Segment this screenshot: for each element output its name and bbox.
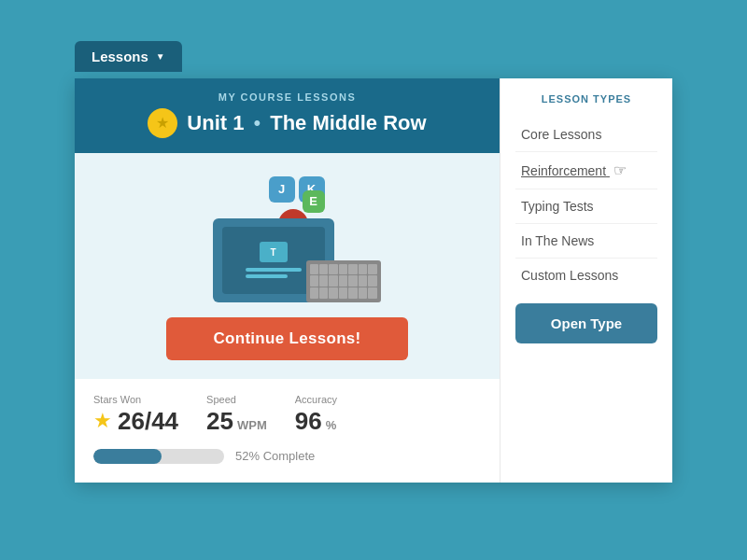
progress-bar-fill: [93, 449, 162, 464]
accuracy-stat: Accuracy 96 %: [295, 394, 337, 436]
key-4: [339, 264, 347, 275]
bubble-j: J: [269, 176, 295, 203]
separator-dot: •: [253, 111, 261, 135]
stats-row: Stars Won ★ 26/44 Speed 25 WPM: [93, 394, 481, 436]
key-14: [368, 275, 376, 287]
key-15: [310, 287, 318, 299]
key-1: [310, 264, 318, 275]
lessons-tab[interactable]: Lessons ▼: [75, 41, 182, 72]
lessons-tab-arrow: ▼: [156, 51, 165, 62]
key-17: [329, 287, 337, 299]
stars-value-row: ★ 26/44: [93, 407, 178, 436]
illustration-area: J K E A T: [75, 153, 500, 379]
continue-button[interactable]: Continue Lessons!: [166, 317, 407, 360]
key-19: [348, 287, 357, 299]
accuracy-value: 96: [295, 407, 322, 436]
progress-label: 52% Complete: [235, 449, 315, 463]
speed-label: Speed: [206, 394, 267, 405]
speed-stat: Speed 25 WPM: [206, 394, 267, 436]
key-20: [359, 287, 367, 299]
coin-icon: ★: [148, 108, 177, 138]
lesson-name: The Middle Row: [270, 111, 426, 135]
stars-label: Stars Won: [93, 394, 178, 405]
unit-label: Unit 1: [187, 111, 244, 135]
lesson-type-reinforcement[interactable]: Reinforcement ☞: [515, 152, 657, 189]
t-icon: T: [260, 242, 288, 262]
lesson-type-core-label: Core Lessons: [521, 127, 601, 142]
course-header: MY COURSE LESSONS ★ Unit 1 • The Middle …: [75, 78, 500, 153]
main-container: Lessons ▼ MY COURSE LESSONS ★ Unit 1 • T…: [75, 78, 672, 483]
progress-bar-background: [93, 449, 224, 464]
screen-lines: [246, 268, 302, 278]
cursor-icon: ☞: [613, 161, 627, 179]
key-13: [359, 275, 367, 287]
bubble-e: E: [303, 190, 325, 213]
lesson-type-custom-label: Custom Lessons: [521, 268, 618, 283]
lesson-type-reinforcement-label: Reinforcement: [521, 163, 606, 178]
key-12: [348, 275, 357, 287]
progress-row: 52% Complete: [93, 449, 481, 473]
key-2: [319, 264, 328, 275]
key-8: [310, 275, 318, 287]
lesson-type-custom[interactable]: Custom Lessons: [515, 259, 657, 292]
lesson-type-typing-tests-label: Typing Tests: [521, 199, 594, 214]
key-10: [329, 275, 337, 287]
accuracy-label: Accuracy: [295, 394, 337, 405]
screen-line-1: [246, 268, 302, 272]
speed-unit: WPM: [237, 418, 267, 432]
key-16: [319, 287, 328, 299]
course-subtitle: MY COURSE LESSONS: [93, 91, 481, 103]
lesson-type-typing-tests[interactable]: Typing Tests: [515, 189, 657, 224]
key-5: [348, 264, 357, 275]
key-9: [319, 275, 328, 287]
lesson-type-news[interactable]: In The News: [515, 224, 657, 259]
key-21: [368, 287, 376, 299]
stars-value: 26/44: [118, 407, 178, 436]
typing-illustration: J K E A T: [185, 172, 390, 302]
star-icon: ★: [93, 409, 112, 433]
key-18: [339, 287, 347, 299]
key-7: [368, 264, 376, 275]
lessons-tab-label: Lessons: [92, 49, 148, 64]
keyboard-illustration: [306, 260, 381, 302]
speed-value-row: 25 WPM: [206, 407, 267, 436]
key-11: [339, 275, 347, 287]
screen-line-2: [246, 274, 288, 278]
accuracy-unit: %: [326, 418, 337, 432]
key-3: [329, 264, 337, 275]
main-layout: MY COURSE LESSONS ★ Unit 1 • The Middle …: [75, 78, 672, 483]
open-type-button[interactable]: Open Type: [515, 303, 657, 343]
right-panel: LESSON TYPES Core Lessons Reinforcement …: [500, 78, 672, 483]
key-6: [359, 264, 367, 275]
title-row: ★ Unit 1 • The Middle Row: [93, 108, 481, 138]
lesson-type-core[interactable]: Core Lessons: [515, 118, 657, 152]
lesson-types-title: LESSON TYPES: [515, 93, 657, 105]
stars-stat: Stars Won ★ 26/44: [93, 394, 178, 436]
speed-value: 25: [206, 407, 233, 436]
stats-area: Stars Won ★ 26/44 Speed 25 WPM: [75, 379, 500, 483]
accuracy-value-row: 96 %: [295, 407, 337, 436]
lesson-type-news-label: In The News: [521, 233, 594, 248]
left-panel: MY COURSE LESSONS ★ Unit 1 • The Middle …: [75, 78, 500, 483]
